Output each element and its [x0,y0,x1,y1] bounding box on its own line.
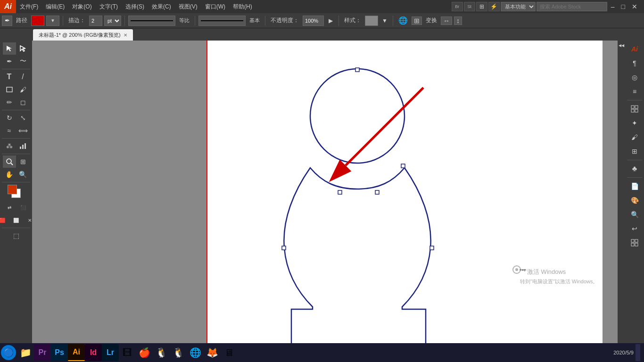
transform-icon[interactable]: ⊞ [412,16,422,25]
taskbar-icon-id[interactable]: Id [85,344,102,361]
stroke-size-input[interactable] [89,16,102,26]
lightning-btn[interactable]: ⚡ [488,2,500,11]
sep6 [393,16,393,26]
swap-colors[interactable]: ⇄ [3,201,16,214]
default-colors[interactable]: ⬛ [17,201,30,214]
color-mode[interactable]: 🟥 [0,214,9,226]
curvature-tool[interactable]: 〜 [17,55,30,67]
symbol-tool[interactable]: ⁂ [3,140,16,152]
paint-brush-tool[interactable]: 🖌 [17,83,30,96]
rotate-icon[interactable]: ↕ [454,16,462,25]
type-tool[interactable]: T [3,71,16,83]
stock-btn[interactable]: St [464,2,475,11]
taskbar-icon-penguin2[interactable]: 🐧 [170,344,187,361]
gradient-mode[interactable]: ⬜ [9,214,23,226]
opacity-label: 不透明度： [269,16,301,25]
taskbar-icon-ps[interactable]: Ps [51,344,68,361]
shape-builder-tool[interactable] [3,156,16,168]
grid-btn[interactable]: ⊞ [476,2,487,11]
stroke-unit-select[interactable]: pt [104,16,121,26]
menu-help[interactable]: 帮助(H) [229,0,256,13]
zoom-tool[interactable]: ⊞ [17,156,30,168]
minimize-button[interactable]: – [608,3,618,10]
opacity-input[interactable] [303,16,324,26]
scale-tool[interactable]: ⤡ [17,112,30,124]
rect-tool[interactable] [3,83,16,96]
style-arrow[interactable]: ▼ [380,16,389,26]
panel-paint-btn[interactable]: 🎨 [627,194,642,207]
bridge-btn[interactable]: Br [452,2,463,11]
panel-back-btn[interactable]: ↩ [627,222,642,235]
sep5 [339,16,339,26]
panel-zoom-btn[interactable]: 🔍 [627,208,642,221]
panel-brush-btn[interactable]: 🖌 [627,131,642,144]
menu-view[interactable]: 视图(V) [175,0,201,13]
graph-tool[interactable] [17,140,30,152]
color-mode-row: 🟥 ⬜ ✕ [0,214,32,226]
none-mode[interactable]: ✕ [23,214,32,226]
menu-object[interactable]: 对象(O) [68,0,95,13]
taskbar-icon-penguin1[interactable]: 🐧 [153,344,170,361]
direct-select-tool[interactable] [17,42,30,55]
workspace-selector[interactable]: 基本功能 [501,2,536,11]
pen-tool-row: ✒ 〜 [3,55,30,67]
menu-effect[interactable]: 效果(C) [148,0,175,13]
taskbar-icon-premiere[interactable]: Pr [34,344,51,361]
eraser-tool[interactable]: ◻ [17,96,30,108]
color-swatches[interactable] [8,185,25,200]
rotate-tool[interactable]: ↻ [3,112,16,124]
stroke-profile-preview[interactable] [198,16,246,26]
menu-select[interactable]: 选择(S) [122,0,148,13]
reflect-icon[interactable]: ↔ [441,16,452,25]
panel-ai-btn[interactable]: Ai [627,42,642,56]
screen-mode-btn[interactable]: ⬚ [9,230,23,242]
panel-expand2-btn[interactable]: ⊞ [627,145,642,158]
panel-page-btn[interactable]: 📄 [627,180,642,193]
maximize-button[interactable]: □ [619,3,628,10]
document-tab[interactable]: 未标题-1* @ 200% (RGB/像素预览) ✕ [33,29,133,41]
tab-close-btn[interactable]: ✕ [124,33,127,38]
svg-rect-28 [631,239,634,242]
stroke-color-swatch[interactable] [31,16,44,26]
panel-menu-btn[interactable]: ≡ [627,85,642,98]
menu-file[interactable]: 文件(F) [16,0,42,13]
taskbar-icon-video[interactable]: 🎞 [119,344,136,361]
taskbar-icon-edge[interactable]: 🔵 [1,345,16,360]
globe-icon[interactable]: 🌐 [396,16,410,25]
taskbar-icon-chrome[interactable]: 🌐 [187,344,204,361]
menu-window[interactable]: 窗口(W) [201,0,229,13]
panel-circle-btn[interactable]: ◎ [627,71,642,84]
menu-text[interactable]: 文字(T) [96,0,122,13]
menu-edit[interactable]: 编辑(E) [42,0,68,13]
panel-club-btn[interactable]: ♣ [627,162,642,175]
taskbar-icon-firefox[interactable]: 🦊 [204,344,221,361]
close-button[interactable]: ✕ [629,3,640,10]
hand-tool[interactable]: ✋ [3,168,16,181]
taskbar-icon-desktop[interactable]: 🖥 [221,344,238,361]
show-desktop-btn[interactable] [636,344,640,361]
panel-sun-btn[interactable]: ✦ [627,116,642,130]
panel-expand-btn[interactable]: ◀◀ [618,42,625,49]
panel-text-btn[interactable]: ¶ [627,57,642,70]
opacity-arrow[interactable]: ▶ [326,16,335,26]
svg-rect-14 [401,164,405,168]
panel-grid1-btn[interactable] [627,102,642,115]
taskbar-icon-ai[interactable]: Ai [68,344,85,361]
search-input[interactable] [537,2,607,11]
taskbar-icon-fruit[interactable]: 🍎 [136,344,153,361]
taskbar-icon-lr[interactable]: Lr [102,344,119,361]
style-swatch[interactable] [365,16,378,26]
line-tool[interactable]: / [17,71,30,83]
warp-tool[interactable]: ≈ [3,124,16,137]
select-tool[interactable] [3,42,16,55]
stroke-dash-preview[interactable] [128,16,175,26]
pen-tool-icon[interactable]: ✒ [2,16,12,26]
pen-tool[interactable]: ✒ [3,55,16,67]
stroke-type-selector[interactable]: ▼ [46,16,59,26]
taskbar-icon-explorer[interactable]: 📁 [17,344,34,361]
width-tool[interactable]: ⟺ [17,124,30,137]
panel-grid2-btn[interactable] [627,236,642,249]
pencil-tool[interactable]: ✏ [3,96,16,108]
zoom-tool-2[interactable]: 🔍 [17,168,30,181]
rotate-tool-row: ↻ ⤡ [3,112,30,124]
